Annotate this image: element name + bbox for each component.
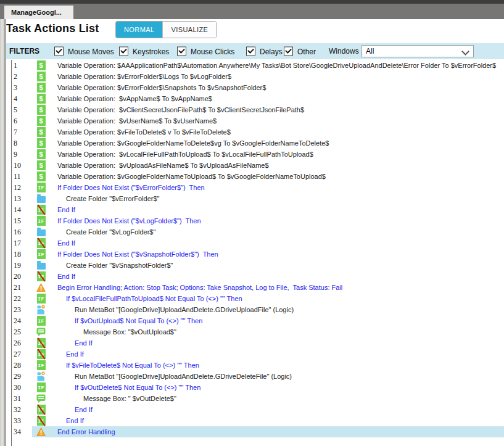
checkbox-icon[interactable] (119, 47, 128, 56)
action-row-20[interactable]: 20IFEnd If (0, 271, 504, 282)
line-number: 7 (14, 128, 30, 137)
line-number: 21 (14, 283, 30, 292)
windows-filter-dropdown[interactable]: All (361, 45, 474, 57)
normal-mode-button[interactable]: NORMAL (116, 22, 162, 38)
action-row-25[interactable]: 25Message Box: "$vOutUpload$" (0, 326, 504, 337)
checkbox-icon[interactable] (246, 47, 255, 56)
action-row-6[interactable]: 6$Variable Operation: $vUserName$ To $vU… (0, 115, 504, 126)
message-box-icon (36, 394, 46, 403)
line-number: 29 (14, 372, 30, 381)
action-text: Variable Operation: $vErrorFolder$\Logs … (57, 73, 231, 80)
line-number: 13 (14, 194, 30, 204)
view-mode-switch: NORMAL VISUALIZE (115, 21, 217, 38)
action-row-15[interactable]: 15IFIf Folder Does Not Exist ("$vLogFold… (0, 215, 504, 226)
action-text: Variable Operation: $vFileToDelete$ v To… (57, 128, 231, 136)
chevron-down-icon (461, 47, 469, 56)
action-row-8[interactable]: 8$Variable Operation: $vGoogleFolderName… (0, 138, 504, 149)
action-row-9[interactable]: 9$Variable Operation: $vLocalFileFullPat… (0, 149, 504, 160)
action-row-7[interactable]: 7$Variable Operation: $vFileToDelete$ v … (0, 126, 504, 138)
windows-filter-label: Windows (329, 47, 359, 56)
line-number: 15 (14, 217, 30, 226)
task-tab[interactable]: ManageGoogl... (4, 6, 73, 19)
line-number: 23 (14, 305, 30, 315)
action-text: Variable Operation: $vLocalFileFullPathT… (57, 151, 313, 158)
action-list: 1$Variable Operation: $AAApplicationPath… (0, 60, 504, 437)
action-row-19[interactable]: 19Create Folder "$vSnapshotFolder$" (0, 260, 504, 271)
line-number: 14 (14, 205, 30, 215)
end-if-icon: IF (36, 405, 46, 415)
action-row-22[interactable]: 22IFIf $vLocalFileFullPathToUpload$ Not … (0, 293, 504, 304)
line-number: 1 (14, 61, 30, 70)
action-row-4[interactable]: 4$Variable Operation: $vAppName$ To $vAp… (0, 93, 504, 104)
action-text: Variable Operation: $AAApplicationPath$\… (57, 62, 496, 69)
variable-operation-icon: $ (36, 116, 46, 126)
line-number: 10 (14, 161, 30, 170)
task-editor-window: ManageGoogl... Task Actions List NORMAL … (0, 0, 504, 446)
end-if-icon: IF (36, 271, 46, 281)
variable-operation-icon: $ (36, 171, 46, 181)
action-row-14[interactable]: 14IFEnd If (0, 204, 504, 215)
line-number: 6 (14, 117, 30, 126)
filter-checkbox-label: Mouse Clicks (191, 47, 234, 56)
page-title: Task Actions List (6, 22, 99, 35)
filter-checkbox-label: Other (297, 47, 316, 56)
action-text: If $vOutDelete$ Not Equal To (<>) "" The… (75, 384, 200, 391)
action-text: Variable Operation: $vUserName$ To $vUse… (57, 117, 217, 125)
action-row-17[interactable]: 17IFEnd If (0, 237, 504, 249)
line-number: 5 (14, 105, 30, 115)
line-number: 19 (14, 261, 30, 270)
end-if-icon: IF (36, 238, 46, 248)
action-text: If Folder Does Not Exist ("$vSnapshotFol… (57, 250, 218, 258)
visualize-mode-button[interactable]: VISUALIZE (162, 22, 216, 38)
action-row-32[interactable]: 32IFEnd If (0, 404, 504, 415)
action-text: If Folder Does Not Exist ("$vLogFolder$"… (57, 217, 201, 225)
line-number: 12 (14, 183, 30, 192)
action-row-18[interactable]: 18IFIf Folder Does Not Exist ("$vSnapsho… (0, 249, 504, 260)
end-if-icon: IF (36, 349, 46, 359)
action-text: Create Folder "$vLogFolder$" (66, 228, 155, 236)
line-number: 20 (14, 272, 30, 281)
checkbox-icon[interactable] (54, 47, 64, 56)
action-row-3[interactable]: 3$Variable Operation: $vErrorFolder$\Sna… (0, 82, 504, 93)
action-row-27[interactable]: 27IFEnd If (0, 349, 504, 360)
action-row-5[interactable]: 5$Variable Operation: $vClientSecretJson… (0, 104, 504, 115)
action-row-11[interactable]: 11$Variable Operation: $vGoogleFolderNam… (0, 171, 504, 182)
action-row-29[interactable]: 29Run MetaBot "[GoogleDrive]UploadAndDel… (0, 371, 504, 382)
windows-filter-value: All (366, 47, 374, 56)
checkbox-icon[interactable] (284, 47, 293, 56)
line-number: 3 (14, 83, 30, 93)
if-icon: IF (36, 382, 46, 392)
end-if-icon: IF (36, 416, 46, 426)
variable-operation-icon: $ (36, 60, 46, 70)
action-row-28[interactable]: 28IFIf $vFileToDelete$ Not Equal To (<>)… (0, 360, 504, 371)
action-row-13[interactable]: 13Create Folder "$vErrorFolder$" (0, 193, 504, 204)
action-row-26[interactable]: 26IFEnd If (0, 337, 504, 349)
action-text: Create Folder "$vErrorFolder$" (66, 195, 159, 202)
line-number: 32 (14, 405, 30, 415)
filter-checkbox-label: Mouse Moves (68, 47, 114, 56)
action-text: If $vLocalFileFullPathToUpload$ Not Equa… (66, 295, 242, 302)
checkbox-icon[interactable] (177, 47, 186, 56)
if-icon: IF (36, 216, 46, 226)
action-row-16[interactable]: 16Create Folder "$vLogFolder$" (0, 226, 504, 237)
line-number: 33 (14, 416, 30, 426)
error-handling-icon (36, 427, 46, 437)
if-icon: IF (36, 249, 46, 259)
action-row-30[interactable]: 30IFIf $vOutDelete$ Not Equal To (<>) ""… (0, 382, 504, 393)
action-row-33[interactable]: 33IFEnd If (0, 415, 504, 426)
action-row-23[interactable]: 23Run MetaBot "[GoogleDrive]UploadAndDel… (0, 304, 504, 315)
action-text: Create Folder "$vSnapshotFolder$" (66, 262, 173, 269)
run-metabot-icon (36, 371, 46, 381)
action-row-1[interactable]: 1$Variable Operation: $AAApplicationPath… (0, 60, 504, 71)
action-row-12[interactable]: 12IFIf Folder Does Not Exist ("$vErrorFo… (0, 182, 504, 193)
action-row-21[interactable]: 21Begin Error Handling; Action: Stop Tas… (0, 282, 504, 293)
action-text: End If (57, 273, 75, 280)
filter-checkbox-label: Keystrokes (133, 47, 169, 56)
action-row-10[interactable]: 10$Variable Operation: $vUploadAsFileNam… (0, 160, 504, 171)
action-row-31[interactable]: 31Message Box: " $vOutDelete$" (0, 393, 504, 404)
action-row-24[interactable]: 24IFIf $vOutUpload$ Not Equal To (<>) ""… (0, 315, 504, 326)
action-text: Variable Operation: $vGoogleFolderNameTo… (57, 139, 329, 147)
action-row-2[interactable]: 2$Variable Operation: $vErrorFolder$\Log… (0, 71, 504, 82)
filter-checkbox-label: Delays (260, 47, 283, 56)
action-row-34[interactable]: 34End Error Handling (0, 426, 504, 437)
